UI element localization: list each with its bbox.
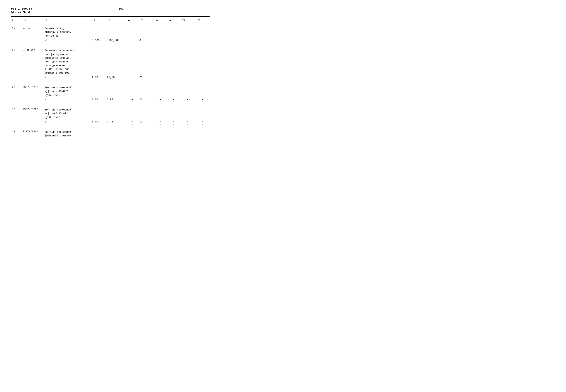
col-header-4: :4	[91, 18, 106, 24]
col7-value	[139, 138, 154, 141]
row-description: Вентиль проходнойфланцевый I5Ч14БР	[44, 128, 91, 138]
top-divider	[11, 16, 210, 17]
col9-value: ––	[167, 98, 180, 105]
table-row: 422307-I02I7Вентиль проходноймуфтовый 15…	[11, 83, 210, 98]
row-code: OI-I3	[22, 24, 44, 46]
table-row: 4ICI30-647Задвижки параллель-ные фланцев…	[11, 46, 210, 75]
row-number: 42	[11, 83, 22, 105]
table-row: 432307-I0220Вентиль проходноймуфтовый 15…	[11, 105, 210, 120]
row-description: Вентиль проходноймуфтовый 15Ч8Р2Ду50, Ру…	[44, 105, 91, 120]
page-number: - 352 -	[115, 7, 127, 11]
col10-value	[180, 138, 195, 141]
doc-part1: Ад. 2I	[11, 11, 21, 14]
row-unit: шт	[44, 75, 91, 83]
col5-value	[106, 138, 126, 141]
col-header-9: :9	[167, 18, 180, 24]
row-description: Разница междуоптовой и предель-ной ценой	[44, 24, 91, 38]
col11-value: ––	[195, 75, 210, 83]
doc-part2: ч. 2	[23, 11, 30, 14]
col8-value: ––	[154, 98, 167, 105]
col4-value	[91, 138, 106, 141]
row-number: 43	[11, 105, 22, 127]
col-header-10: :I0	[180, 18, 195, 24]
col10-value: ––	[180, 38, 195, 46]
col9-value	[167, 138, 180, 141]
col8-value: ––	[154, 120, 167, 127]
col9-value: ––	[167, 120, 180, 127]
col6-value: ––	[126, 98, 139, 105]
col7-value: II	[139, 120, 154, 127]
col7-value: 23	[139, 75, 154, 83]
table-row: 40OI-I3Разница междуоптовой и предель-но…	[11, 24, 210, 38]
col5-value: 3,73	[106, 120, 126, 127]
col-header-1: I	[11, 18, 22, 24]
col4-value: 0,005	[91, 38, 106, 46]
col11-value: ––	[195, 38, 210, 46]
col8-value: ––	[154, 38, 167, 46]
col9-value: ––	[167, 38, 180, 46]
col11-value	[195, 138, 210, 141]
col8-value: ––	[154, 75, 167, 83]
col-header-7: :7	[139, 18, 154, 24]
row-unit: шт	[44, 98, 91, 105]
row-description: Задвижки параллель-ные фланцевые свыдвиж…	[44, 46, 91, 75]
col-header-8: :8	[154, 18, 167, 24]
col11-value: ––	[195, 98, 210, 105]
col-header-6: :6	[126, 18, 139, 24]
col11-value: ––	[195, 120, 210, 127]
row-code: CI30-647	[22, 46, 44, 83]
row-unit: шт	[44, 120, 91, 127]
col-header-2: :2	[22, 18, 44, 24]
col4-value: I,00	[91, 75, 106, 83]
col6-value: ––	[126, 75, 139, 83]
col7-value: I4	[139, 98, 154, 105]
page-header: 903-I-260.88 Ад. 2I ч. 2 - 352 -	[11, 7, 210, 14]
col4-value: 8,00	[91, 98, 106, 105]
col5-value: II63,88	[106, 38, 126, 46]
row-code: 2307-I02I7	[22, 83, 44, 105]
row-unit: т	[44, 38, 91, 46]
main-table: I :2 :3 :4 :5 :6 :7 :8 :9 :I0 :II 40OI-I…	[11, 18, 210, 141]
column-headers: I :2 :3 :4 :5 :6 :7 :8 :9 :I0 :II	[11, 18, 210, 24]
table-row: 442307-I0240Вентиль проходнойфланцевый I…	[11, 128, 210, 138]
col4-value: 3,00	[91, 120, 106, 127]
doc-number: 903-I-260.88	[11, 7, 32, 11]
row-code: 2307-I0220	[22, 105, 44, 127]
row-description: Вентиль проходноймуфтовый 15Ч8Р2,Ду25, Р…	[44, 83, 91, 98]
col6-value: ––	[126, 120, 139, 127]
col-header-3: :3	[44, 18, 91, 24]
col-header-5: :5	[106, 18, 126, 24]
col8-value	[154, 138, 167, 141]
col5-value: 22,90	[106, 75, 126, 83]
row-number: 4I	[11, 46, 22, 83]
col10-value: ––	[180, 120, 195, 127]
row-unit	[44, 138, 91, 141]
col10-value: ––	[180, 98, 195, 105]
row-number: 44	[11, 128, 22, 141]
col6-value: ––	[126, 38, 139, 46]
row-code: 2307-I0240	[22, 128, 44, 141]
col-header-11: :II	[195, 18, 210, 24]
col6-value	[126, 138, 139, 141]
col7-value: 6	[139, 38, 154, 46]
row-number: 40	[11, 24, 22, 46]
col5-value: I,8I	[106, 98, 126, 105]
col9-value: ––	[167, 75, 180, 83]
col10-value: ––	[180, 75, 195, 83]
